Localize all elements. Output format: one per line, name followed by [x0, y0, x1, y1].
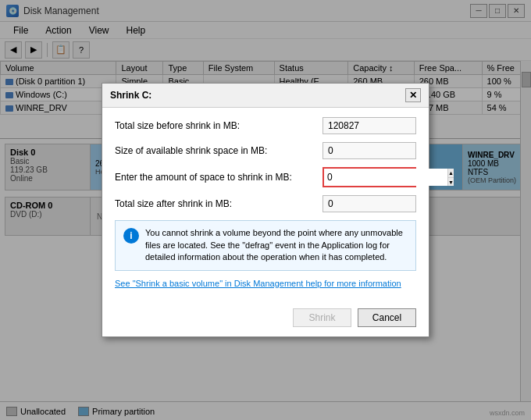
- enter-amount-row: Enter the amount of space to shrink in M…: [115, 167, 416, 187]
- available-row: Size of available shrink space in MB: 0: [115, 142, 416, 159]
- total-size-row: Total size before shrink in MB: 120827: [115, 117, 416, 134]
- total-size-label: Total size before shrink in MB:: [115, 120, 323, 131]
- info-box: i You cannot shrink a volume beyond the …: [115, 220, 416, 270]
- after-size-row: Total size after shrink in MB: 0: [115, 195, 416, 212]
- spinner: ▲ ▼: [447, 169, 454, 186]
- enter-amount-input-wrap: ▲ ▼: [323, 167, 416, 187]
- dialog-overlay: Shrink C: ✕ Total size before shrink in …: [0, 0, 531, 420]
- shrink-dialog: Shrink C: ✕ Total size before shrink in …: [102, 83, 429, 336]
- info-text: You cannot shrink a volume beyond the po…: [145, 227, 408, 263]
- after-size-label: Total size after shrink in MB:: [115, 198, 323, 209]
- shrink-button[interactable]: Shrink: [293, 308, 351, 327]
- available-value: 0: [323, 142, 416, 159]
- dialog-buttons: Shrink Cancel: [102, 302, 429, 336]
- dialog-close-button[interactable]: ✕: [405, 88, 421, 102]
- spinner-down[interactable]: ▼: [448, 178, 454, 187]
- enter-amount-input[interactable]: [324, 169, 447, 186]
- total-size-value: 120827: [323, 117, 416, 134]
- available-label: Size of available shrink space in MB:: [115, 145, 323, 156]
- cancel-button[interactable]: Cancel: [358, 308, 416, 327]
- spinner-up[interactable]: ▲: [448, 169, 454, 178]
- help-link[interactable]: See "Shrink a basic volume" in Disk Mana…: [115, 279, 401, 288]
- dialog-title: Shrink C:: [110, 90, 151, 101]
- dialog-title-bar: Shrink C: ✕: [102, 84, 429, 108]
- dialog-body: Total size before shrink in MB: 120827 S…: [102, 108, 429, 301]
- after-size-value: 0: [323, 195, 416, 212]
- info-icon: i: [123, 228, 139, 244]
- enter-amount-label: Enter the amount of space to shrink in M…: [115, 172, 323, 183]
